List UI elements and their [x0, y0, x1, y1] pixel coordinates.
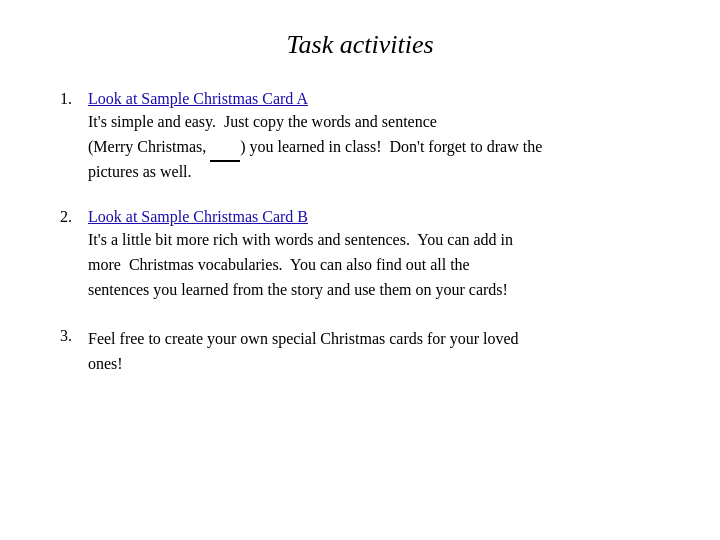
task-list: 1. Look at Sample Christmas Card A It's … — [60, 90, 660, 376]
task-number-3: 3. — [60, 327, 88, 345]
page-container: Task activities 1. Look at Sample Christ… — [0, 0, 720, 540]
task-number-1: 1. — [60, 90, 88, 108]
page-title: Task activities — [60, 30, 660, 60]
task-item-1: 1. Look at Sample Christmas Card A It's … — [60, 90, 660, 184]
task-item-2: 2. Look at Sample Christmas Card B It's … — [60, 208, 660, 302]
task-link-1[interactable]: Look at Sample Christmas Card A — [88, 90, 660, 108]
task-content-1: Look at Sample Christmas Card A It's sim… — [88, 90, 660, 184]
task-item-3: 3. Feel free to create your own special … — [60, 327, 660, 377]
task-content-3: Feel free to create your own special Chr… — [88, 327, 660, 377]
task-link-2[interactable]: Look at Sample Christmas Card B — [88, 208, 660, 226]
task-description-3: Feel free to create your own special Chr… — [88, 330, 519, 372]
task-description-1: It's simple and easy. Just copy the word… — [88, 113, 542, 180]
task-description-2: It's a little bit more rich with words a… — [88, 231, 513, 298]
task-number-2: 2. — [60, 208, 88, 226]
task-content-2: Look at Sample Christmas Card B It's a l… — [88, 208, 660, 302]
blank-fill — [210, 135, 240, 162]
